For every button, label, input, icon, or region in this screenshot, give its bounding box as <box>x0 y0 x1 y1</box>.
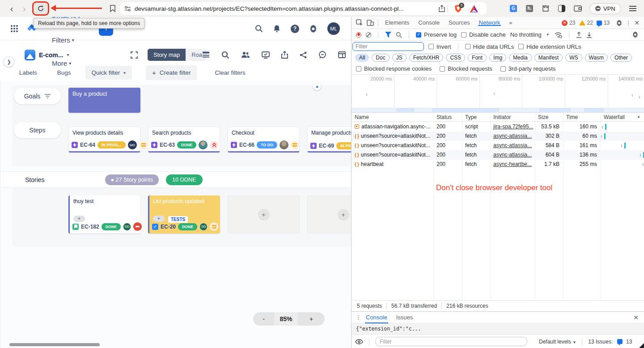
add-subitem-button[interactable]: + <box>73 216 85 222</box>
export-har-icon[interactable] <box>586 32 592 38</box>
quick-filter-dropdown[interactable]: Quick filter▾ <box>85 66 132 80</box>
column-header-name[interactable]: Name <box>352 113 369 122</box>
sort-asc-icon[interactable]: ▲ <box>637 115 640 119</box>
console-filter-input[interactable] <box>375 337 527 346</box>
bookmark-icon[interactable] <box>110 5 116 12</box>
drawer-close-icon[interactable]: ✕ <box>633 314 639 321</box>
menu-icon[interactable] <box>629 4 637 13</box>
search-icon[interactable] <box>221 51 229 59</box>
initiator-link[interactable]: async-atlassia... <box>493 142 532 149</box>
initiator-link[interactable]: async-atlassia... <box>493 152 532 158</box>
type-filter-fetch-xhr[interactable]: Fetch/XHR <box>409 54 444 62</box>
type-filter-font[interactable]: Font <box>468 54 487 62</box>
type-filter-wasm[interactable]: Wasm <box>585 54 608 62</box>
share-icon[interactable] <box>439 5 445 12</box>
back-icon[interactable]: ‹ <box>5 4 18 14</box>
issue-key[interactable]: EC-63 <box>160 142 175 148</box>
filter-labels[interactable]: Labels <box>19 69 37 76</box>
checkbox-blocked-requests[interactable]: Blocked requests <box>440 65 492 72</box>
step-card[interactable]: Search products EC-63 DONE <box>148 127 220 153</box>
status-badge[interactable]: DONE <box>178 223 197 230</box>
type-filter-css[interactable]: CSS <box>446 54 465 62</box>
reload-icon[interactable] <box>37 5 44 12</box>
network-request-row[interactable]: atlassian-navigation.async-... 200 scrip… <box>352 122 644 132</box>
issue-key[interactable]: EC-182 <box>81 224 99 230</box>
issue-key[interactable]: EC-20 <box>161 224 176 230</box>
column-header-initiator[interactable]: Initiator <box>490 113 511 122</box>
filter-funnel-icon[interactable] <box>385 32 391 38</box>
column-header-type[interactable]: Type <box>462 113 477 122</box>
devtools-close-icon[interactable]: ✕ <box>634 19 640 26</box>
brave-shield-icon[interactable]: 5 <box>454 4 462 13</box>
sidebar-expand-button[interactable]: ❯ <box>4 56 14 67</box>
console-levels-dropdown[interactable]: Default levels ▼ <box>539 339 576 345</box>
initiator-link[interactable]: jira-spa.72fe95... <box>493 123 533 130</box>
story-card[interactable]: thuy test + EC-182 DONE DD <box>68 195 140 233</box>
checkbox-hide-extension-urls[interactable]: Hide extension URLs <box>518 43 581 50</box>
disable-cache-checkbox[interactable]: Disable cache <box>461 31 506 38</box>
avatar[interactable]: DD <box>123 223 131 231</box>
help-icon[interactable]: ? <box>291 25 299 33</box>
type-filter-all[interactable]: All <box>355 54 369 62</box>
h-extension-icon[interactable]: h. <box>525 4 534 13</box>
export-icon[interactable] <box>281 51 288 59</box>
network-filter-input[interactable] <box>352 42 424 51</box>
issues-label[interactable]: 13 Issues: <box>588 339 613 345</box>
empty-story-slot[interactable]: + <box>307 195 351 233</box>
project-name[interactable]: E-com... <box>39 51 63 59</box>
inspect-element-icon[interactable] <box>356 19 363 26</box>
avatar[interactable] <box>280 140 288 149</box>
user-avatar[interactable]: ML <box>327 22 340 35</box>
type-filter-js[interactable]: JS <box>392 54 407 62</box>
checkbox-blocked-response-cookies[interactable]: Blocked response cookies <box>356 65 432 72</box>
resize-handle[interactable] <box>639 343 644 348</box>
devtools-tab-sources[interactable]: Sources <box>444 19 475 26</box>
warning-badge-icon[interactable] <box>579 20 585 25</box>
tab-story-map[interactable]: Story map <box>148 49 186 61</box>
issue-key[interactable]: EC-66 <box>239 142 254 148</box>
bat-rewards-icon[interactable] <box>470 4 478 13</box>
add-story-icon[interactable]: + <box>258 209 270 221</box>
forward-icon[interactable]: › <box>18 4 30 14</box>
checkbox-invert[interactable]: Invert <box>428 43 451 50</box>
site-settings-icon[interactable] <box>124 5 131 12</box>
row-header-goals[interactable]: Goals <box>14 88 61 104</box>
wallet-extension-icon[interactable] <box>574 4 582 13</box>
type-filter-manifest[interactable]: Manifest <box>534 54 563 62</box>
settings-icon[interactable] <box>309 25 318 33</box>
avatar[interactable] <box>199 140 208 149</box>
preserve-log-checkbox[interactable]: Preserve log <box>416 31 457 38</box>
devtools-tab-elements[interactable]: Elements <box>381 19 414 26</box>
clear-icon[interactable] <box>366 32 371 38</box>
status-badge[interactable]: IN PROG... <box>336 142 351 149</box>
network-request-row[interactable]: { }unseen?source=atlaskitNot... 200 fetc… <box>352 141 644 150</box>
column-header-size[interactable]: Size <box>535 113 548 122</box>
zoom-in-button[interactable]: + <box>298 312 325 326</box>
extensions-puzzle-icon[interactable] <box>542 4 550 13</box>
issue-key[interactable]: EC-64 <box>80 142 95 148</box>
url-bar[interactable]: devsamurai-stg.atlassian.net/projects/EC… <box>120 2 487 15</box>
status-badge[interactable]: DONE <box>177 141 196 149</box>
devtools-tab-network[interactable]: Network <box>475 19 505 26</box>
row-header-steps[interactable]: Steps <box>14 122 61 138</box>
more-tabs-icon[interactable]: » <box>504 17 517 29</box>
network-request-row[interactable]: { }unseen?source=atlaskitNot... 200 fetc… <box>352 132 644 141</box>
share-icon[interactable] <box>300 51 307 59</box>
step-card[interactable]: Manage products EC-69 IN PROG... <box>307 127 351 153</box>
console-message[interactable]: {"extension_id":"c... <box>352 323 644 335</box>
network-search-icon[interactable] <box>396 32 402 38</box>
story-card[interactable]: List products updated + TESTS ✓ EC-20 DO… <box>148 195 220 233</box>
network-request-row[interactable]: { }heartbeat 200 fetch async-heartbe... … <box>352 160 644 169</box>
empty-story-slot[interactable]: + <box>228 195 300 233</box>
status-badge[interactable]: IN PROG... <box>97 141 126 149</box>
task-checkbox-icon[interactable]: ✓ <box>152 224 158 230</box>
collapse-row-button[interactable]: ▲ <box>313 82 321 90</box>
chevron-down-icon[interactable]: ▾ <box>67 52 69 57</box>
panel-icon[interactable] <box>338 51 346 58</box>
add-story-icon[interactable]: + <box>338 209 349 221</box>
fullscreen-icon[interactable] <box>131 51 138 59</box>
status-badge[interactable]: DONE <box>102 223 121 230</box>
feedback-icon[interactable] <box>318 51 326 59</box>
messages-badge-icon[interactable] <box>597 21 602 25</box>
vpn-button[interactable]: VPN <box>589 3 621 14</box>
